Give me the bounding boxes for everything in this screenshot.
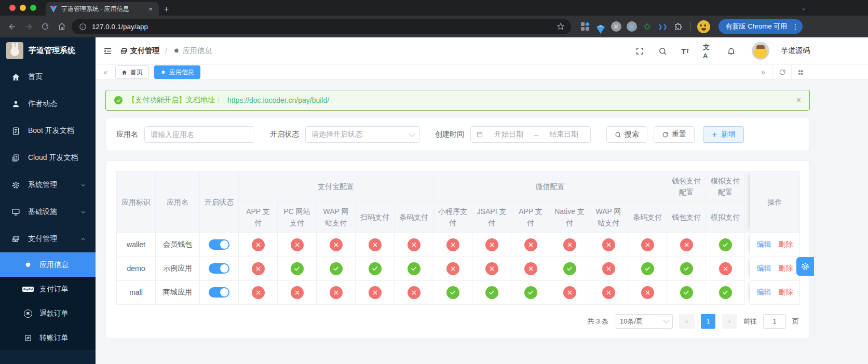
sidebar-item-pay-orders[interactable]: PayPal 支付订单: [0, 277, 96, 301]
app-name-cell: 会员钱包: [156, 233, 200, 257]
edit-link[interactable]: 编辑: [757, 240, 771, 248]
page-size-select[interactable]: 10条/页: [615, 314, 673, 329]
alert-close-icon[interactable]: ×: [796, 96, 801, 105]
tab-title: 芋道管理系统 - 应用信息: [61, 5, 142, 14]
edit-link[interactable]: 编辑: [757, 288, 771, 296]
column-header: 条码支付: [395, 201, 433, 233]
pagination: 共 3 条 10条/页 ‹ 1 › 前往 页: [116, 314, 799, 329]
minimize-window-button[interactable]: [20, 5, 26, 11]
status-select[interactable]: 请选择开启状态: [305, 126, 419, 143]
sidebar-item-infrastructure[interactable]: 基础设施: [0, 198, 96, 225]
extension-star-icon[interactable]: ✩: [642, 21, 653, 32]
extension-grid-icon[interactable]: [579, 21, 591, 32]
extension-command-icon[interactable]: ⌘: [611, 21, 622, 32]
bell-icon[interactable]: [726, 46, 736, 56]
refresh-tab-icon[interactable]: [772, 65, 791, 79]
alert-doc-link[interactable]: https://doc.iocoder.cn/pay/build/: [227, 96, 329, 104]
delete-link[interactable]: 删除: [779, 264, 793, 272]
address-bar[interactable]: 127.0.0.1/pay/app: [72, 19, 571, 34]
start-date-placeholder[interactable]: 开始日期: [487, 130, 530, 139]
tab-home[interactable]: 首页: [115, 65, 149, 79]
status-enabled-icon: [291, 262, 304, 275]
tags-scroll-left-icon[interactable]: «: [101, 68, 110, 76]
extensions-puzzle-icon[interactable]: [673, 21, 684, 32]
status-disabled-icon: [446, 262, 459, 275]
enabled-toggle[interactable]: [209, 263, 229, 274]
enabled-toggle[interactable]: [209, 287, 229, 298]
home-icon[interactable]: [55, 20, 69, 33]
font-size-icon[interactable]: [680, 46, 690, 56]
enabled-toggle[interactable]: [209, 239, 229, 250]
collapse-sidebar-icon[interactable]: [103, 46, 113, 56]
prev-page-button[interactable]: ‹: [679, 314, 695, 329]
reset-button[interactable]: 重置: [654, 126, 695, 143]
url-text[interactable]: 127.0.0.1/pay/app: [92, 23, 552, 31]
search-button[interactable]: 搜索: [606, 126, 647, 143]
forward-icon[interactable]: [22, 20, 35, 33]
sidebar-item-home[interactable]: 首页: [0, 63, 96, 90]
tab-app-info[interactable]: 应用信息: [154, 65, 200, 79]
goto-page-input[interactable]: [763, 314, 786, 329]
search-icon[interactable]: [657, 46, 668, 56]
extension-chevrons-icon[interactable]: ❱❱: [657, 21, 669, 32]
delete-link[interactable]: 删除: [779, 240, 793, 248]
column-header: 钱包支付: [667, 201, 706, 233]
username[interactable]: 芋道源码: [781, 46, 810, 56]
layout-grid-icon[interactable]: [791, 65, 810, 79]
bookmark-star-icon[interactable]: [557, 22, 565, 31]
chrome-update-button[interactable]: 有新版 Chrome 可用 ⋮: [718, 19, 803, 34]
document-icon: [11, 126, 20, 136]
site-info-icon[interactable]: [78, 20, 87, 33]
sidebar-item-refund-orders[interactable]: 退款订单: [0, 301, 96, 326]
status-disabled-icon: [291, 286, 304, 299]
status-enabled-icon: [485, 286, 498, 299]
add-button[interactable]: 新增: [703, 126, 744, 143]
browser-tab[interactable]: 芋道管理系统 - 应用信息 ×: [46, 2, 159, 16]
extension-dot-icon[interactable]: [626, 21, 638, 32]
tags-scroll-right-icon[interactable]: »: [754, 65, 772, 79]
macos-window-controls: [9, 5, 36, 11]
date-range-picker[interactable]: 开始日期 – 结束日期: [470, 126, 591, 143]
sidebar-item-transfer-orders[interactable]: 转账订单: [0, 326, 96, 350]
extension-gem-icon[interactable]: [595, 21, 606, 32]
end-date-placeholder[interactable]: 结束日期: [542, 130, 585, 139]
status-disabled-icon: [485, 238, 498, 251]
tags-bar: « 首页 应用信息 »: [96, 64, 868, 80]
reload-icon[interactable]: [38, 20, 52, 33]
sidebar-item-system[interactable]: 系统管理: [0, 171, 96, 198]
status-enabled-icon: [446, 286, 459, 299]
sidebar-item-boot-docs[interactable]: Boot 开发文档: [0, 117, 96, 144]
sidebar-item-author[interactable]: 作者动态: [0, 90, 96, 117]
browser-profile-avatar[interactable]: [697, 20, 710, 33]
app-logo-row[interactable]: 芋道管理系统: [0, 37, 96, 63]
scroll-gutter: [745, 233, 750, 257]
next-page-button[interactable]: ›: [722, 314, 737, 329]
column-header: 模拟支付: [706, 201, 745, 233]
new-tab-button[interactable]: +: [164, 5, 169, 16]
app-name-input[interactable]: [144, 126, 254, 143]
sidebar-item-payment[interactable]: 支付管理: [0, 225, 96, 252]
browser-menu-kebab-icon[interactable]: ⋮: [791, 22, 799, 31]
column-header: 小程序支付: [433, 201, 472, 233]
translate-icon[interactable]: 文A: [703, 46, 713, 56]
tab-close-icon[interactable]: ×: [146, 5, 155, 13]
date-separator: –: [534, 130, 538, 139]
status-disabled-icon: [563, 286, 576, 299]
topbar: 支付管理 / 应用信息 文A: [96, 37, 868, 64]
tab-search-chevron-icon[interactable]: ⌄: [799, 4, 808, 12]
current-page-button[interactable]: 1: [701, 314, 715, 329]
delete-link[interactable]: 删除: [779, 288, 793, 296]
app-logo: [6, 42, 23, 59]
theme-settings-gear-button[interactable]: [796, 257, 814, 276]
fullscreen-icon[interactable]: [634, 46, 645, 56]
breadcrumb-section[interactable]: 支付管理: [120, 46, 159, 56]
back-icon[interactable]: [5, 20, 19, 33]
user-avatar[interactable]: [752, 42, 769, 60]
sidebar-item-app-info[interactable]: 应用信息: [0, 252, 96, 277]
maximize-window-button[interactable]: [30, 5, 36, 11]
edit-link[interactable]: 编辑: [757, 264, 771, 272]
close-window-button[interactable]: [9, 5, 16, 11]
col-header-app-name: 应用名: [156, 172, 200, 233]
sidebar-item-cloud-docs[interactable]: Cloud 开发文档: [0, 144, 96, 171]
table-row: demo示例应用编辑删除: [117, 257, 800, 280]
